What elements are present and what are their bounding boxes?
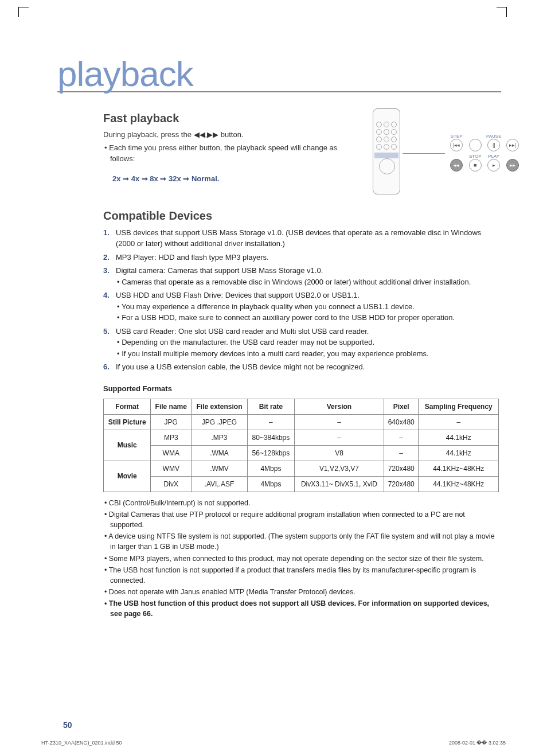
skip-fwd-icon: ▸▸| [506, 139, 519, 151]
formats-table: Format File name File extension Bit rate… [103, 399, 499, 492]
ffwd-icon: ▸▸ [506, 159, 519, 172]
pause-icon: || [487, 139, 500, 151]
skip-back-icon: |◂◂ [450, 139, 463, 151]
section-fast-playback-title: Fast playback [103, 112, 362, 125]
stop-icon: ■ [469, 159, 482, 172]
compatible-list: 1.USB devices that support USB Mass Stor… [103, 227, 499, 373]
footer-timestamp: 2008-02-01 �� 3:02:35 [449, 740, 506, 746]
page-number: 50 [63, 720, 72, 730]
remote-diagram: STEP PAUSE |◂◂ || ▸▸| STOP PLAY ◂◂ [373, 106, 499, 194]
formats-title: Supported Formats [103, 384, 499, 393]
section-compatible-title: Compatible Devices [103, 209, 499, 223]
remote-callout: STEP PAUSE |◂◂ || ▸▸| STOP PLAY ◂◂ [447, 133, 522, 174]
rewind-icon: ◂◂ [450, 159, 463, 172]
content-area: Fast playback During playback, press the… [103, 106, 499, 619]
fast-intro: During playback, press the ◀◀,▶▶ button. [103, 130, 362, 141]
record-icon [469, 139, 482, 151]
remote-icon [373, 108, 400, 194]
crop-mark [18, 7, 29, 17]
play-icon: ▸ [487, 159, 500, 172]
page: playback Fast playback During playback, … [0, 0, 547, 756]
fast-bullet: • Each time you press either button, the… [103, 143, 362, 165]
chapter-title: playback [57, 57, 501, 92]
notes: • CBI (Control/Bulk/Interrupt) is not su… [103, 498, 499, 619]
speed-sequence: 2x ➞ 4x ➞ 8x ➞ 32x ➞ Normal. [112, 174, 362, 183]
footer-filename: HT-Z310_XAA(ENG)_0201.indd 50 [41, 740, 122, 746]
crop-mark [497, 7, 507, 17]
